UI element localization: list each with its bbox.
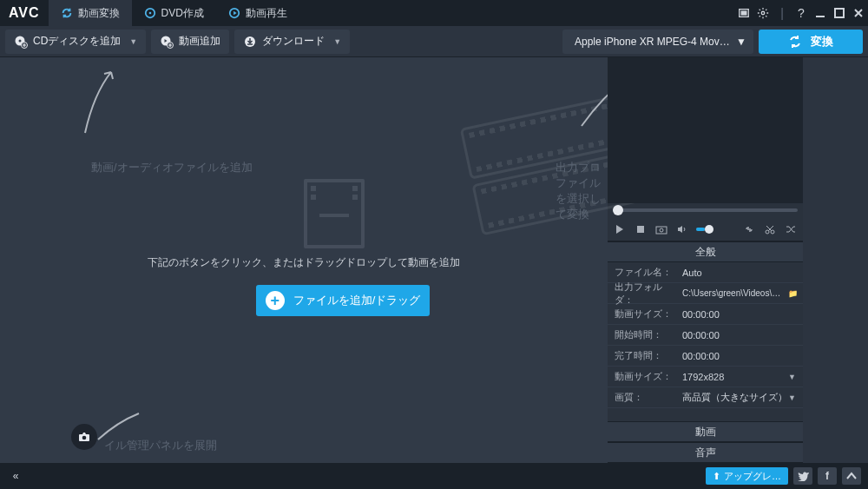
plus-icon: + xyxy=(266,291,285,310)
hint-arrow-icon xyxy=(76,68,120,137)
tab-video-convert[interactable]: 動画変換 xyxy=(49,0,132,26)
hint-select-profile: 出力プロファイルを選択して変換 xyxy=(556,160,608,222)
screen-capture-button[interactable] xyxy=(71,424,97,450)
prop-row-videosize: 動画サイズ： 00:00:00 xyxy=(608,304,803,325)
seek-knob[interactable] xyxy=(613,205,623,215)
convert-button[interactable]: 変換 xyxy=(759,30,863,54)
volume-slider[interactable] xyxy=(696,228,713,231)
svg-point-17 xyxy=(82,436,87,440)
convert-icon xyxy=(788,35,802,49)
tab-label: 動画再生 xyxy=(246,6,287,21)
preview-area xyxy=(608,57,803,203)
tab-video-play[interactable]: 動画再生 xyxy=(216,0,299,26)
upgrade-button[interactable]: ⬆ アップグレ… xyxy=(706,467,788,485)
svg-point-20 xyxy=(660,228,663,232)
stop-button[interactable] xyxy=(634,222,648,236)
output-profile-selector[interactable]: all Apple iPhone XR MPEG-4 Movie (*.m… ▼ xyxy=(562,30,753,54)
prop-row-end: 完了時間： 00:00:00 xyxy=(608,346,803,367)
minimize-button[interactable] xyxy=(811,0,830,26)
camera-icon xyxy=(77,430,91,444)
section-header-audio[interactable]: 音声 xyxy=(608,442,803,463)
svg-rect-6 xyxy=(816,16,825,17)
window-screenshot-icon[interactable] xyxy=(734,0,753,26)
divider: | xyxy=(773,0,792,26)
prop-resolution-select[interactable]: 1792x828▼ xyxy=(677,372,803,382)
section-header-video[interactable]: 動画 xyxy=(608,421,803,442)
status-bar: « ⬆ アップグレ… f xyxy=(0,463,868,489)
convert-label: 変換 xyxy=(811,34,833,50)
folder-icon[interactable]: 📁 xyxy=(788,289,798,298)
volume-icon[interactable] xyxy=(675,222,689,236)
prop-outfolder-value[interactable]: C:\Users\green\Videos\…📁 xyxy=(677,288,803,298)
title-bar: AVC 動画変換 DVD作成 動画再生 | ? xyxy=(0,0,868,26)
svg-point-9 xyxy=(19,39,22,42)
cut-icon[interactable] xyxy=(763,222,777,236)
drop-message: 下記のボタンをクリック、またはドラッグドロップして動画を追加 xyxy=(0,255,608,270)
play-button[interactable] xyxy=(613,222,627,236)
download-label: ダウンロード xyxy=(262,34,325,49)
prop-row-outfolder: 出力フォルダ： C:\Users\green\Videos\…📁 xyxy=(608,283,803,304)
chevron-down-icon: ▼ xyxy=(129,37,137,46)
snapshot-button[interactable] xyxy=(654,222,668,236)
chevron-down-icon: ▼ xyxy=(788,373,796,381)
svg-rect-4 xyxy=(741,10,747,15)
tab-dvd-create[interactable]: DVD作成 xyxy=(132,0,216,26)
add-file-button[interactable]: + ファイルを追加/ドラッグ xyxy=(256,285,430,316)
svg-rect-18 xyxy=(637,226,644,233)
section-header-general: 全般 xyxy=(608,241,803,262)
play-circle-icon xyxy=(228,7,240,19)
maximize-button[interactable] xyxy=(830,0,849,26)
add-file-label: ファイルを追加/ドラッグ xyxy=(293,293,421,308)
main-drop-area[interactable]: 動画/オーディオファイルを追加 出力プロファイルを選択して変換 下記のボタンをク… xyxy=(0,57,608,463)
shuffle-icon[interactable] xyxy=(784,222,798,236)
settings-icon[interactable] xyxy=(753,0,773,26)
video-plus-icon xyxy=(160,35,174,49)
disc-icon xyxy=(144,7,156,19)
tab-label: DVD作成 xyxy=(161,6,204,21)
tab-label: 動画変換 xyxy=(78,6,120,21)
prop-row-quality: 画質： 高品質（大きなサイズ）▼ xyxy=(608,387,803,408)
add-disc-label: CDディスクを追加 xyxy=(33,34,121,49)
hint-add-files: 動画/オーディオファイルを追加 xyxy=(91,160,253,175)
toolbar: CDディスクを追加 ▼ 動画追加 ダウンロード ▼ all Apple iPho… xyxy=(0,26,868,57)
prop-filename-value[interactable]: Auto xyxy=(677,268,803,278)
add-video-label: 動画追加 xyxy=(179,34,220,49)
properties-general: ファイル名： Auto 出力フォルダ： C:\Users\green\Video… xyxy=(608,262,803,408)
link-icon[interactable] xyxy=(742,222,756,236)
hint-expand-panel: イル管理パネルを展開 xyxy=(104,438,217,453)
up-arrow-icon: ⬆ xyxy=(713,471,720,482)
close-button[interactable] xyxy=(849,0,868,26)
app-logo: AVC xyxy=(0,5,49,21)
twitter-button[interactable] xyxy=(793,467,812,485)
svg-rect-7 xyxy=(835,9,844,17)
facebook-button[interactable]: f xyxy=(818,467,837,485)
seek-bar[interactable] xyxy=(608,203,803,217)
profile-label: Apple iPhone XR MPEG-4 Movie (*.m… xyxy=(575,36,731,48)
help-button[interactable]: ? xyxy=(792,0,811,26)
svg-point-5 xyxy=(761,11,765,15)
player-controls xyxy=(608,217,803,241)
more-button[interactable] xyxy=(842,467,861,485)
add-video-button[interactable]: 動画追加 xyxy=(151,30,229,54)
side-panel: 全般 ファイル名： Auto 出力フォルダ： C:\Users\green\Vi… xyxy=(608,57,803,463)
chevron-down-icon: ▼ xyxy=(788,393,796,402)
download-icon xyxy=(243,35,257,49)
chevron-down-icon: ▼ xyxy=(333,37,341,46)
svg-rect-19 xyxy=(656,227,667,234)
add-disc-button[interactable]: CDディスクを追加 ▼ xyxy=(5,30,146,54)
svg-point-1 xyxy=(148,12,151,15)
prop-row-resolution: 動画サイズ： 1792x828▼ xyxy=(608,367,803,387)
prop-quality-select[interactable]: 高品質（大きなサイズ）▼ xyxy=(677,391,803,404)
download-button[interactable]: ダウンロード ▼ xyxy=(234,30,350,54)
collapse-left-icon[interactable]: « xyxy=(7,467,24,485)
film-placeholder-icon xyxy=(304,179,365,248)
refresh-icon xyxy=(61,7,73,19)
chevron-down-icon: ▼ xyxy=(736,36,746,48)
prop-row-start: 開始時間： 00:00:00 xyxy=(608,325,803,346)
disc-plus-icon xyxy=(14,35,28,49)
